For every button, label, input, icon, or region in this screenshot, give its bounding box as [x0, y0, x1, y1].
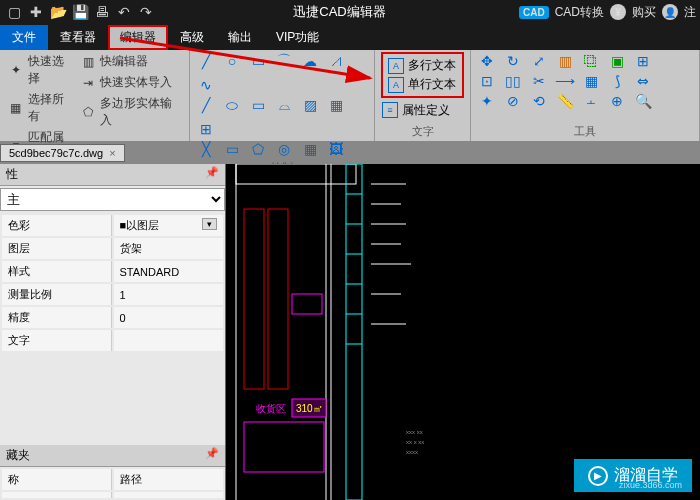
tab-viewer[interactable]: 查看器 [48, 25, 108, 50]
svg-text:310㎡: 310㎡ [296, 403, 323, 414]
array-icon[interactable]: ▦ [581, 72, 601, 90]
tab-advanced[interactable]: 高级 [168, 25, 216, 50]
stretch-icon[interactable]: ⇔ [633, 72, 653, 90]
svg-rect-11 [346, 164, 362, 500]
cad-convert-link[interactable]: CAD转换 [555, 4, 604, 21]
polyline-icon[interactable]: ⩘ [326, 52, 346, 70]
measure-icon[interactable]: 📏 [555, 92, 575, 110]
quick-select-button[interactable]: ✦快速选择 [6, 52, 76, 88]
polygon-icon: ⬠ [80, 104, 96, 120]
join-icon[interactable]: ⟲ [529, 92, 549, 110]
spline-icon[interactable]: ∿ [196, 76, 216, 94]
redo-icon[interactable]: ↷ [136, 2, 156, 22]
tab-output[interactable]: 输出 [216, 25, 264, 50]
attr-def-button[interactable]: ≡属性定义 [381, 101, 464, 120]
poly2-icon[interactable]: ⬠ [248, 140, 268, 158]
stext-icon: A [388, 77, 404, 93]
hatch-icon[interactable]: ▦ [326, 96, 346, 114]
table-row: 精度0 [2, 307, 223, 328]
play-icon: ▶ [588, 466, 608, 486]
user-icon: 👤 [662, 4, 678, 20]
block-icon[interactable]: ▣ [607, 52, 627, 70]
arc-icon[interactable]: ⌒ [274, 52, 294, 70]
group-icon[interactable]: ⊞ [633, 52, 653, 70]
table-row: 图层货架 [2, 238, 223, 259]
attrdef-icon: ≡ [382, 102, 398, 118]
line-icon[interactable]: ╱ [196, 52, 216, 70]
tab-vip[interactable]: VIP功能 [264, 25, 331, 50]
region-icon[interactable]: ▨ [300, 96, 320, 114]
close-icon[interactable]: × [109, 147, 115, 159]
select-all-button[interactable]: ▦选择所有 [6, 90, 76, 126]
dims-icon[interactable]: ⊞ [196, 120, 216, 138]
donut-icon[interactable]: ◎ [274, 140, 294, 158]
props-title: 性 [6, 166, 18, 183]
circle-icon[interactable]: ○ [222, 52, 242, 70]
find-icon[interactable]: 🔍 [633, 92, 653, 110]
snap-icon[interactable]: ⊕ [607, 92, 627, 110]
offset-icon[interactable]: ⊡ [477, 72, 497, 90]
quickedit-icon: ▥ [80, 54, 96, 70]
break-icon[interactable]: ⊘ [503, 92, 523, 110]
image-icon[interactable]: 🖼 [326, 140, 346, 158]
undo-icon[interactable]: ↶ [114, 2, 134, 22]
svg-rect-6 [244, 209, 264, 389]
tab-file[interactable]: 文件 [0, 25, 48, 50]
scale-icon[interactable]: ⤢ [529, 52, 549, 70]
add-icon[interactable]: ✚ [26, 2, 46, 22]
rect3-icon[interactable]: ▭ [222, 140, 242, 158]
fillet-icon[interactable]: ⟆ [607, 72, 627, 90]
file-tab-name: 5cd9bec79c7c.dwg [9, 147, 103, 159]
rotate-icon[interactable]: ↻ [503, 52, 523, 70]
pin-icon[interactable]: 📌 [205, 447, 219, 464]
group-text-label: 文字 [381, 122, 464, 139]
mtext-icon: A [388, 58, 404, 74]
chevron-down-icon: ▾ [202, 218, 217, 230]
svg-rect-7 [268, 209, 288, 389]
rect2-icon[interactable]: ▭ [248, 96, 268, 114]
explode-icon[interactable]: ✦ [477, 92, 497, 110]
buy-link[interactable]: 购买 [632, 4, 656, 21]
pin-icon[interactable]: 📌 [205, 166, 219, 183]
cloud-icon[interactable]: ☁ [300, 52, 320, 70]
open-icon[interactable]: 📂 [48, 2, 68, 22]
move-icon[interactable]: ✥ [477, 52, 497, 70]
table-icon[interactable]: ▦ [300, 140, 320, 158]
svg-rect-2 [236, 164, 356, 184]
layer-icon[interactable]: ▥ [555, 52, 575, 70]
rect-icon[interactable]: ▭ [248, 52, 268, 70]
table-row: 测量比例1 [2, 284, 223, 305]
quick-editor-button[interactable]: ▥快编辑器 [78, 52, 183, 71]
svg-text:xxxx: xxxx [406, 449, 418, 455]
singleline-text-button[interactable]: A单行文本 [387, 75, 458, 94]
quick-entity-button[interactable]: ⇥快速实体导入 [78, 73, 183, 92]
copy-icon[interactable]: ⿻ [581, 52, 601, 70]
multiline-text-button[interactable]: A多行文本 [387, 56, 458, 75]
file-tab[interactable]: 5cd9bec79c7c.dwg × [0, 144, 125, 162]
new-icon[interactable]: ▢ [4, 2, 24, 22]
print-icon[interactable]: 🖶 [92, 2, 112, 22]
drawing-canvas[interactable]: 收货区 310㎡ xxx xx xx x xx xxxx [226, 164, 700, 500]
wand-icon: ✦ [8, 62, 24, 78]
tab-editor[interactable]: 编辑器 [108, 25, 168, 50]
save-icon[interactable]: 💾 [70, 2, 90, 22]
currency-icon: ¥ [610, 4, 626, 20]
line2-icon[interactable]: ╱ [196, 96, 216, 114]
watermark: ▶ 溜溜自学 zixue.3d66.com [574, 459, 692, 492]
register-link[interactable]: 注 [684, 4, 696, 21]
table-header: 称路径 [2, 469, 223, 490]
table-row: 色彩■以图层▾ [2, 215, 223, 236]
ellipse-icon[interactable]: ⬭ [222, 96, 242, 114]
mirror-icon[interactable]: ▯▯ [503, 72, 523, 90]
curve-icon[interactable]: ⌓ [274, 96, 294, 114]
poly-entity-button[interactable]: ⬠多边形实体输入 [78, 94, 183, 130]
props-main-select[interactable]: 主 [0, 188, 225, 211]
extend-icon[interactable]: ⟶ [555, 72, 575, 90]
align-icon[interactable]: ⫠ [581, 92, 601, 110]
xline-icon[interactable]: ╳ [196, 140, 216, 158]
table-row: 文字 [2, 330, 223, 351]
trim-icon[interactable]: ✂ [529, 72, 549, 90]
svg-text:收货区: 收货区 [256, 403, 286, 414]
svg-rect-8 [292, 294, 322, 314]
selectall-icon: ▦ [8, 100, 24, 116]
